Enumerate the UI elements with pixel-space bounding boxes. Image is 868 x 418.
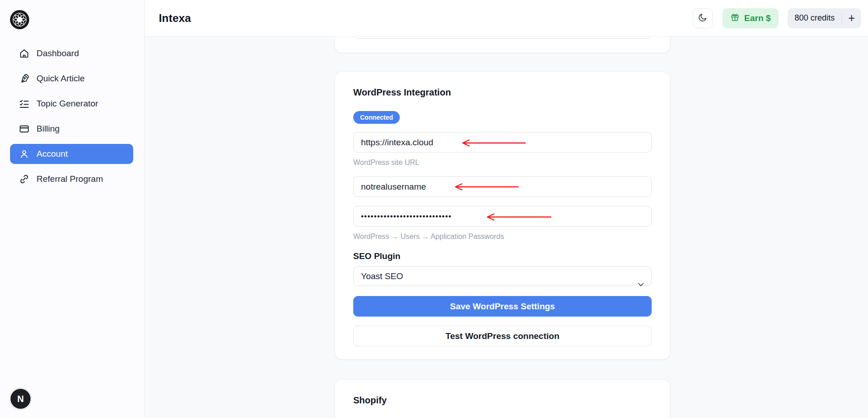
card-title: Shopify xyxy=(353,395,652,405)
user-icon xyxy=(18,148,30,159)
wordpress-password-input[interactable] xyxy=(353,206,652,227)
save-wordpress-settings-button[interactable]: Save WordPress Settings xyxy=(353,296,652,317)
chevron-down-icon xyxy=(638,275,644,293)
earn-label: Earn $ xyxy=(744,13,771,23)
seo-plugin-label: SEO Plugin xyxy=(353,251,652,261)
user-avatar[interactable]: N xyxy=(10,388,31,410)
seo-plugin-selected-value: Yoast SEO xyxy=(361,271,403,281)
sidebar-nav: Dashboard Quick Article xyxy=(10,43,133,189)
pen-nib-icon xyxy=(18,73,30,84)
moon-icon xyxy=(698,12,708,24)
sidebar-item-label: Quick Article xyxy=(37,74,85,84)
seo-plugin-select[interactable]: Yoast SEO xyxy=(353,266,652,286)
sidebar-item-account[interactable]: Account xyxy=(10,144,133,164)
page-title: Intexa xyxy=(159,12,191,25)
gift-icon xyxy=(730,12,740,24)
credits-pill: 800 credits + xyxy=(788,8,861,28)
shopify-card: Shopify xyxy=(335,379,670,418)
sidebar-item-dashboard[interactable]: Dashboard xyxy=(10,43,133,63)
add-credits-button[interactable]: + xyxy=(842,8,861,28)
main-content: WordPress Integration Connected WordPres… xyxy=(145,37,868,418)
wordpress-username-input[interactable] xyxy=(353,176,652,197)
partial-card-top xyxy=(335,37,670,53)
sidebar-item-referral-program[interactable]: Referral Program xyxy=(10,169,133,189)
sidebar-item-label: Account xyxy=(37,149,68,159)
sidebar-item-label: Dashboard xyxy=(37,48,79,58)
top-header: Intexa Earn $ 800 credits xyxy=(145,0,868,37)
application-password-help: WordPress → Users → Application Password… xyxy=(353,233,652,241)
list-check-icon xyxy=(18,98,30,109)
status-badge: Connected xyxy=(353,111,400,124)
app-logo-icon[interactable] xyxy=(10,10,30,30)
home-icon xyxy=(18,48,30,59)
sidebar-item-billing[interactable]: Billing xyxy=(10,119,133,139)
wordpress-integration-card: WordPress Integration Connected WordPres… xyxy=(335,71,670,360)
credit-card-icon xyxy=(18,123,30,134)
sidebar-item-label: Billing xyxy=(37,124,60,134)
credits-count: 800 credits xyxy=(788,13,842,23)
dark-mode-toggle[interactable] xyxy=(693,8,713,28)
site-url-help: WordPress site URL xyxy=(353,159,652,167)
card-title: WordPress Integration xyxy=(353,87,652,97)
sidebar: Dashboard Quick Article xyxy=(0,0,145,418)
test-wordpress-connection-button[interactable]: Test WordPress connection xyxy=(353,326,652,346)
header-actions: Earn $ 800 credits + xyxy=(693,8,861,28)
earn-button[interactable]: Earn $ xyxy=(722,8,779,28)
partial-input[interactable] xyxy=(353,37,652,39)
link-icon xyxy=(18,174,30,185)
sidebar-item-quick-article[interactable]: Quick Article xyxy=(10,69,133,89)
sidebar-item-label: Topic Generator xyxy=(37,99,98,109)
avatar-initial: N xyxy=(17,394,24,404)
sidebar-item-label: Referral Program xyxy=(37,174,103,184)
wordpress-site-url-input[interactable] xyxy=(353,132,652,153)
sidebar-item-topic-generator[interactable]: Topic Generator xyxy=(10,94,133,114)
